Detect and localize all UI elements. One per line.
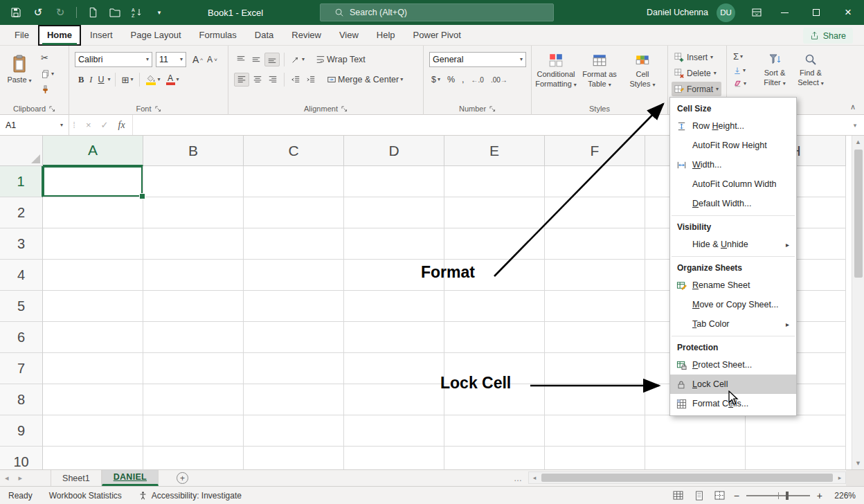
cell-D9[interactable] xyxy=(344,415,444,447)
cell-G9[interactable] xyxy=(645,415,746,447)
fill-color-button[interactable]: ▾ xyxy=(144,73,162,87)
insert-cells-button[interactable]: Insert ▾ xyxy=(672,50,716,64)
cell-A6[interactable] xyxy=(43,322,143,353)
cell-E4[interactable] xyxy=(444,260,545,291)
cell-E7[interactable] xyxy=(444,353,545,384)
tab-home[interactable]: Home xyxy=(38,25,81,46)
sheetbar-ellipsis-icon[interactable]: … xyxy=(514,474,522,483)
column-header-D[interactable]: D xyxy=(344,136,444,166)
cell-C1[interactable] xyxy=(244,166,344,197)
tab-data[interactable]: Data xyxy=(246,25,282,46)
row-header-1[interactable]: 1 xyxy=(0,166,43,197)
column-header-F[interactable]: F xyxy=(545,136,645,166)
row-header-7[interactable]: 7 xyxy=(0,353,43,384)
page-layout-view-icon[interactable] xyxy=(692,489,706,502)
format-as-table-button[interactable]: Format asTable ▾ xyxy=(579,48,620,108)
menu-item-format-cells[interactable]: Format Cells... xyxy=(670,394,796,413)
cut-button[interactable]: ✂ xyxy=(39,51,56,64)
cell-F10[interactable] xyxy=(545,447,645,469)
scroll-down-icon[interactable]: ▼ xyxy=(852,457,864,469)
italic-button[interactable]: I xyxy=(87,73,94,87)
cell-D8[interactable] xyxy=(344,384,444,415)
percent-format-button[interactable]: % xyxy=(445,73,457,86)
page-break-view-icon[interactable] xyxy=(713,489,727,502)
fill-button[interactable]: ▾ xyxy=(731,65,748,76)
column-header-B[interactable]: B xyxy=(143,136,244,166)
vertical-scrollbar[interactable]: ▲ ▼ xyxy=(852,136,864,469)
cell-styles-button[interactable]: CellStyles ▾ xyxy=(622,48,663,108)
new-file-icon[interactable] xyxy=(87,6,99,19)
font-name-select[interactable]: Calibri▾ xyxy=(75,52,152,67)
wrap-text-button[interactable]: Wrap Text xyxy=(314,53,368,66)
name-box[interactable]: A1 ▾ xyxy=(0,115,69,135)
cell-B4[interactable] xyxy=(143,260,244,291)
format-painter-button[interactable] xyxy=(39,84,56,96)
bold-button[interactable]: B xyxy=(76,73,86,87)
cell-D3[interactable] xyxy=(344,228,444,260)
menu-item-default-width[interactable]: Default Width... xyxy=(670,194,796,213)
tab-review[interactable]: Review xyxy=(282,25,330,46)
dropdown-icon[interactable]: ▾ xyxy=(108,77,111,82)
align-right-icon[interactable] xyxy=(266,73,280,86)
save-icon[interactable] xyxy=(10,6,22,19)
cell-B5[interactable] xyxy=(143,291,244,322)
row-header-9[interactable]: 9 xyxy=(0,415,43,447)
normal-view-icon[interactable] xyxy=(672,489,685,502)
cell-D5[interactable] xyxy=(344,291,444,322)
cell-B2[interactable] xyxy=(143,197,244,228)
menu-item-tab-color[interactable]: Tab Color▸ xyxy=(670,314,796,334)
undo-icon[interactable]: ↺ xyxy=(32,6,44,19)
align-middle-icon[interactable] xyxy=(249,53,263,66)
cell-B3[interactable] xyxy=(143,228,244,260)
cell-E9[interactable] xyxy=(444,415,545,447)
copy-button[interactable]: ▾ xyxy=(39,68,56,80)
cell-F9[interactable] xyxy=(545,415,645,447)
font-size-select[interactable]: 11▾ xyxy=(156,52,186,67)
cell-A5[interactable] xyxy=(43,291,143,322)
select-all-corner[interactable] xyxy=(0,136,43,166)
cell-E8[interactable] xyxy=(444,384,545,415)
cell-G10[interactable] xyxy=(645,447,746,469)
borders-button[interactable]: ⊞▾ xyxy=(120,73,136,87)
menu-item-protect-sheet[interactable]: Protect Sheet... xyxy=(670,355,796,375)
cell-A7[interactable] xyxy=(43,353,143,384)
menu-item-width[interactable]: Width... xyxy=(670,155,796,174)
sheet-nav-left-icon[interactable]: ◂ xyxy=(0,474,14,483)
vertical-scrollbar-thumb[interactable] xyxy=(854,150,863,278)
tab-formulas[interactable]: Formulas xyxy=(190,25,246,46)
cell-E6[interactable] xyxy=(444,322,545,353)
sheet-tab-daniel[interactable]: DANIEL xyxy=(102,470,159,486)
cell-C5[interactable] xyxy=(244,291,344,322)
collapse-ribbon-icon[interactable]: ∧ xyxy=(850,102,856,111)
align-center-icon[interactable] xyxy=(251,73,264,86)
open-folder-icon[interactable] xyxy=(109,6,121,19)
menu-item-hide-unhide[interactable]: Hide & Unhide▸ xyxy=(670,235,796,254)
tab-insert[interactable]: Insert xyxy=(81,25,122,46)
accessibility-status[interactable]: Accessibility: Investigate xyxy=(130,491,250,501)
scroll-up-icon[interactable]: ▲ xyxy=(852,136,864,148)
cell-F3[interactable] xyxy=(545,228,645,260)
cell-E3[interactable] xyxy=(444,228,545,260)
increase-font-size-button[interactable]: A^ xyxy=(190,53,205,66)
search-box[interactable]: Search (Alt+Q) xyxy=(320,3,554,21)
clear-button[interactable]: ▾ xyxy=(731,78,748,89)
delete-cells-button[interactable]: Delete ▾ xyxy=(672,66,719,80)
cell-B7[interactable] xyxy=(143,353,244,384)
cell-E10[interactable] xyxy=(444,447,545,469)
menu-item-row-height[interactable]: Row Height... xyxy=(670,116,796,136)
close-button[interactable]: × xyxy=(832,0,864,25)
cell-C2[interactable] xyxy=(244,197,344,228)
orientation-button[interactable]: ▾ xyxy=(289,53,307,66)
cell-D6[interactable] xyxy=(344,322,444,353)
insert-function-icon[interactable]: fx xyxy=(118,120,125,131)
cell-F1[interactable] xyxy=(545,166,645,197)
cell-C6[interactable] xyxy=(244,322,344,353)
cell-C8[interactable] xyxy=(244,384,344,415)
merge-center-button[interactable]: Merge & Center ▾ xyxy=(325,73,405,86)
zoom-out-icon[interactable]: − xyxy=(734,490,739,501)
maximize-button[interactable] xyxy=(800,0,832,25)
menu-item-autofit-row-height[interactable]: AutoFit Row Height xyxy=(670,136,796,155)
cell-D4[interactable] xyxy=(344,260,444,291)
avatar[interactable]: DU xyxy=(717,3,735,22)
scroll-left-icon[interactable]: ◂ xyxy=(529,474,540,481)
